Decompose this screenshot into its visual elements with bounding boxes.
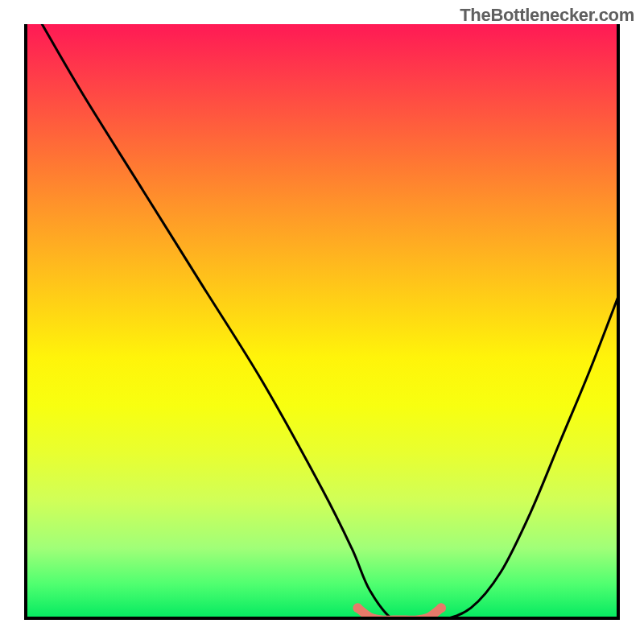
plot-area bbox=[24, 24, 620, 620]
bottleneck-curve bbox=[42, 24, 620, 620]
optimal-zone-dot-right bbox=[436, 603, 446, 613]
optimal-zone-dot-left bbox=[353, 603, 362, 613]
watermark-text: TheBottlenecker.com bbox=[460, 5, 634, 26]
chart-container: TheBottlenecker.com bbox=[0, 0, 644, 644]
curve-layer bbox=[24, 24, 620, 620]
optimal-zone-curve bbox=[357, 608, 441, 620]
